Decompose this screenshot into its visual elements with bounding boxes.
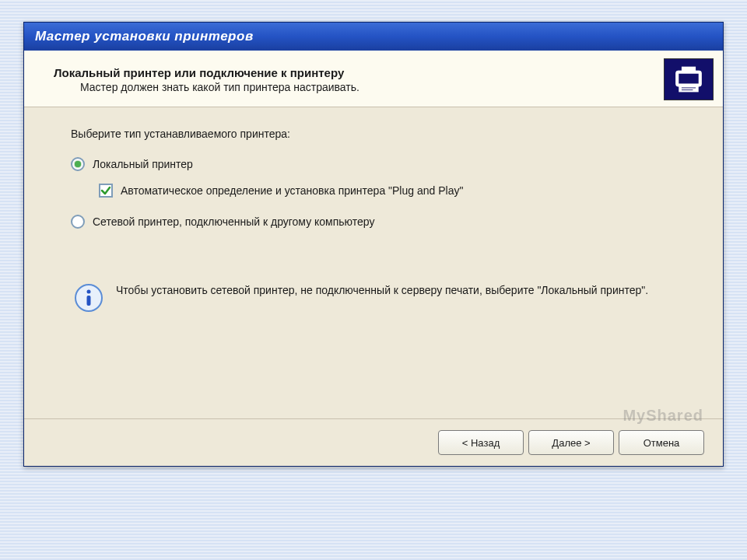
printer-icon [664,58,714,100]
radio-local-label: Локальный принтер [93,158,193,170]
svg-rect-3 [679,85,698,92]
checkbox-autodetect-row[interactable]: Автоматическое определение и установка п… [99,184,692,198]
wizard-header: Локальный принтер или подключение к прин… [24,51,723,107]
svg-rect-1 [679,74,698,84]
cancel-button[interactable]: Отмена [619,430,704,455]
info-icon [74,283,103,313]
radio-network-label: Сетевой принтер, подключенный к другому … [93,215,374,228]
titlebar: Мастер установки принтеров [24,23,723,51]
header-title: Локальный принтер или подключение к прин… [54,66,664,79]
header-subtitle: Мастер должен знать какой тип принтера н… [54,81,664,93]
radio-network-row[interactable]: Сетевой принтер, подключенный к другому … [71,215,692,229]
radio-local-row[interactable]: Локальный принтер [71,157,692,171]
printer-wizard-dialog: Мастер установки принтеров Локальный при… [23,22,724,467]
dialog-title: Мастер установки принтеров [35,29,254,44]
checkmark-icon [100,185,111,196]
checkbox-autodetect-label: Автоматическое определение и установка п… [121,184,463,197]
info-row: Чтобы установить сетевой принтер, не под… [71,283,692,313]
back-button[interactable]: < Назад [438,430,524,455]
svg-point-7 [87,290,91,294]
header-text: Локальный принтер или подключение к прин… [54,66,664,93]
svg-rect-2 [682,67,696,72]
info-text: Чтобы установить сетевой принтер, не под… [116,283,648,299]
radio-network[interactable] [71,215,85,229]
wizard-content: Выберите тип устанавливаемого принтера: … [24,107,723,418]
next-button[interactable]: Далее > [528,430,614,455]
button-bar: < Назад Далее > Отмена [24,418,723,466]
instruction-text: Выберите тип устанавливаемого принтера: [71,128,692,140]
checkbox-autodetect[interactable] [99,184,113,198]
radio-local[interactable] [71,157,85,171]
svg-rect-8 [87,296,91,306]
